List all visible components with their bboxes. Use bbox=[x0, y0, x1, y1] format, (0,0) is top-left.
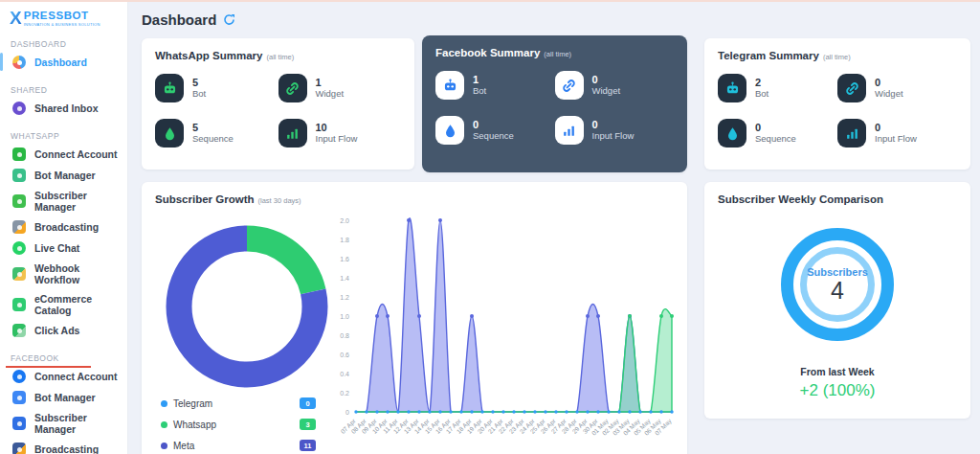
stat-sequence: 0Sequence bbox=[718, 119, 837, 148]
stat-label: Bot bbox=[755, 88, 768, 100]
stat-label: Input Flow bbox=[875, 133, 917, 145]
subscriber-growth-card: Subscriber Growth (last 30 days) Telegra… bbox=[142, 182, 687, 454]
legend-item-whatsapp: Whatsapp 3 bbox=[161, 414, 316, 435]
card-title: WhatsApp Summary bbox=[155, 50, 262, 61]
svg-text:1.8: 1.8 bbox=[340, 237, 349, 243]
svg-text:1.4: 1.4 bbox=[340, 275, 349, 282]
card-title: Subscriber Growth bbox=[155, 193, 255, 205]
bot-icon bbox=[155, 74, 184, 102]
stat-widget: 1Widget bbox=[278, 74, 402, 102]
svg-text:1.2: 1.2 bbox=[340, 294, 349, 301]
svg-text:0.4: 0.4 bbox=[340, 371, 349, 377]
stat-widget: 0Widget bbox=[837, 74, 957, 102]
sidebar-item-label: eCommerce Catalog bbox=[34, 293, 122, 316]
stat-value: 10 bbox=[316, 122, 358, 133]
page-header: Dashboard bbox=[142, 11, 235, 28]
weekly-footer: From last Week +2 (100%) bbox=[704, 366, 970, 400]
stat-value: 2 bbox=[755, 77, 768, 88]
svg-text:2.0: 2.0 bbox=[340, 217, 349, 224]
sidebar-item-label: Shared Inbox bbox=[34, 102, 99, 114]
stat-bot: 2Bot bbox=[718, 74, 837, 102]
active-indicator bbox=[0, 53, 3, 71]
sidebar-item-wa-bot-manager[interactable]: Bot Manager bbox=[0, 165, 127, 186]
subscriber-growth-area-chart: 00.20.40.60.81.01.21.41.61.82.007 Apr08 … bbox=[325, 209, 684, 454]
top-accent-line bbox=[0, 0, 980, 2]
telegram-dot-icon bbox=[161, 400, 167, 407]
sidebar-item-label: Bot Manager bbox=[34, 392, 96, 403]
weekly-delta-value: +2 (100%) bbox=[704, 381, 970, 400]
sidebar-item-wa-connect-account[interactable]: Connect Account bbox=[0, 144, 127, 165]
sidebar-item-label: Subscriber Manager bbox=[34, 412, 122, 435]
sidebar-item-label: Connect Account bbox=[34, 148, 118, 160]
brand-name: PRESSBOT bbox=[24, 10, 100, 22]
legend-label: Whatsapp bbox=[173, 420, 216, 430]
page-title: Dashboard bbox=[142, 11, 216, 28]
stat-value: 0 bbox=[473, 119, 514, 130]
stat-input-flow: 0Input Flow bbox=[837, 119, 957, 148]
bot-icon bbox=[718, 74, 746, 102]
sidebar-item-fb-connect-account[interactable]: Connect Account bbox=[0, 366, 127, 387]
chat-bubble-icon bbox=[12, 241, 26, 255]
stat-value: 0 bbox=[592, 74, 621, 85]
stat-label: Widget bbox=[592, 85, 621, 97]
stat-value: 0 bbox=[875, 122, 917, 133]
sidebar-section-dashboard: DASHBOARD bbox=[0, 39, 127, 49]
drop-icon bbox=[435, 116, 464, 145]
sidebar-section-shared: SHARED bbox=[0, 85, 127, 95]
svg-text:0.6: 0.6 bbox=[340, 352, 349, 358]
stat-value: 1 bbox=[316, 77, 345, 88]
sidebar-item-wa-subscriber-manager[interactable]: Subscriber Manager bbox=[0, 186, 127, 216]
megaphone-icon bbox=[12, 220, 26, 234]
stat-label: Input Flow bbox=[316, 133, 358, 145]
stat-label: Sequence bbox=[755, 133, 796, 145]
facebook-summary-card[interactable]: Facebook Summary (all time) 1Bot 0Widget… bbox=[422, 35, 687, 172]
stat-widget: 0Widget bbox=[555, 71, 675, 100]
sidebar-item-label: Subscriber Manager bbox=[34, 190, 122, 213]
stat-label: Widget bbox=[316, 88, 345, 100]
address-book-icon bbox=[12, 194, 26, 208]
sidebar-item-label: Broadcasting bbox=[34, 443, 99, 454]
stat-value: 1 bbox=[473, 74, 486, 85]
legend-item-telegram: Telegram 0 bbox=[161, 393, 316, 414]
weekly-gauge-inner-ring: Subscribers 4 bbox=[800, 247, 875, 322]
sidebar-item-shared-inbox[interactable]: Shared Inbox bbox=[0, 98, 127, 119]
annotation-red-underline bbox=[6, 366, 91, 368]
svg-text:0: 0 bbox=[345, 409, 349, 416]
refresh-icon[interactable] bbox=[223, 13, 235, 26]
robot-icon bbox=[12, 169, 26, 182]
stat-value: 5 bbox=[192, 77, 206, 88]
sidebar-item-fb-broadcasting[interactable]: Broadcasting bbox=[0, 439, 127, 454]
sidebar-item-fb-subscriber-manager[interactable]: Subscriber Manager bbox=[0, 408, 127, 439]
sidebar-item-wa-broadcasting[interactable]: Broadcasting bbox=[0, 216, 127, 238]
sidebar-item-wa-click-ads[interactable]: Click Ads bbox=[0, 320, 127, 341]
sidebar: X PRESSBOT INNOVATION & BUSINESS SOLUTIO… bbox=[0, 0, 128, 454]
sidebar-item-wa-webhook-workflow[interactable]: Webhook Workflow bbox=[0, 259, 127, 289]
stat-label: Input Flow bbox=[592, 130, 635, 142]
telegram-summary-card[interactable]: Telegram Summary (all time) 2Bot 0Widget… bbox=[704, 38, 970, 170]
sidebar-item-wa-live-chat[interactable]: Live Chat bbox=[0, 238, 127, 259]
drop-icon bbox=[718, 119, 746, 148]
card-subtitle: (all time) bbox=[544, 50, 571, 58]
card-subtitle: (last 30 days) bbox=[258, 196, 301, 205]
stat-value: 0 bbox=[592, 119, 635, 130]
chart-legend: Telegram 0 Whatsapp 3 Meta 11 bbox=[161, 393, 316, 454]
legend-label: Meta bbox=[173, 441, 194, 451]
sidebar-item-label: Click Ads bbox=[34, 325, 79, 336]
count-badge: 11 bbox=[300, 440, 316, 451]
whatsapp-summary-card[interactable]: WhatsApp Summary (all time) 5Bot 1Widget… bbox=[142, 38, 414, 170]
ads-megaphone-icon bbox=[12, 324, 26, 337]
subscribers-count: 4 bbox=[831, 278, 844, 303]
stat-bot: 1Bot bbox=[435, 71, 555, 100]
legend-label: Telegram bbox=[173, 398, 212, 409]
sidebar-item-label: Connect Account bbox=[34, 371, 118, 382]
sidebar-item-fb-bot-manager[interactable]: Bot Manager bbox=[0, 387, 127, 408]
stat-sequence: 5Sequence bbox=[155, 119, 278, 148]
brand-logo[interactable]: X PRESSBOT INNOVATION & BUSINESS SOLUTIO… bbox=[0, 0, 127, 27]
sidebar-item-label: Dashboard bbox=[34, 57, 87, 68]
shopping-bag-icon bbox=[12, 298, 26, 311]
sidebar-item-dashboard[interactable]: Dashboard bbox=[0, 52, 127, 73]
count-badge: 0 bbox=[300, 397, 316, 409]
sidebar-item-wa-ecommerce-catalog[interactable]: eCommerce Catalog bbox=[0, 289, 127, 320]
link-icon bbox=[555, 71, 584, 100]
shared-inbox-icon bbox=[12, 102, 26, 115]
